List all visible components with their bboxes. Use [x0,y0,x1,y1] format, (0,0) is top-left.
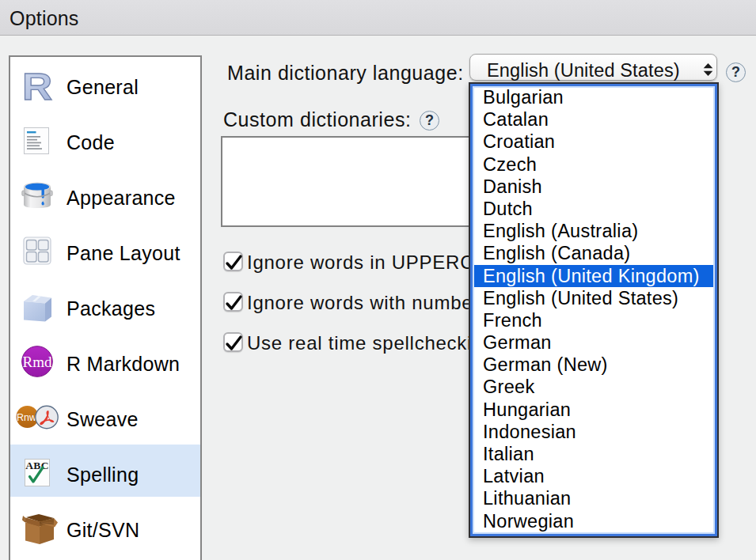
svg-text:ABC: ABC [25,460,49,471]
svg-text:Rmd: Rmd [23,354,52,370]
svg-text:R: R [22,69,52,100]
svg-text:Rnw: Rnw [17,412,37,423]
